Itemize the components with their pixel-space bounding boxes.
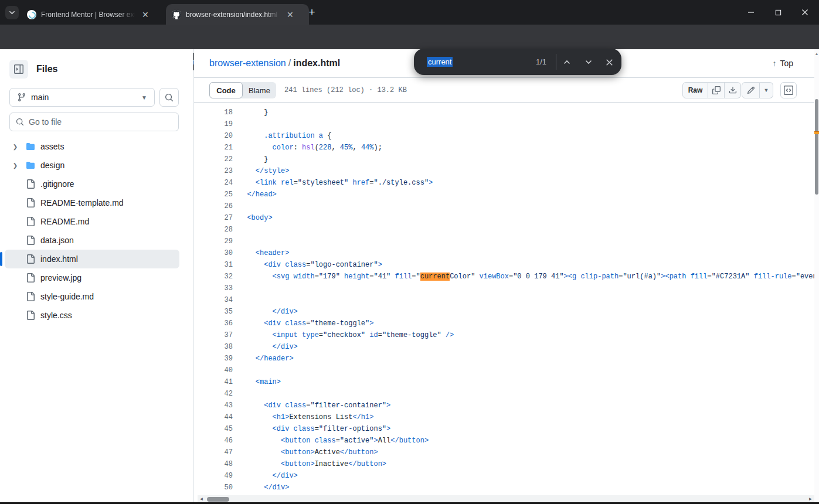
new-tab-button[interactable]: + bbox=[305, 5, 319, 19]
line-number[interactable]: 35 bbox=[194, 306, 233, 318]
line-number[interactable]: 43 bbox=[194, 400, 233, 411]
line-number[interactable]: 32 bbox=[194, 271, 233, 282]
vertical-scrollbar[interactable]: ▲ bbox=[814, 49, 819, 504]
maximize-button[interactable] bbox=[764, 0, 791, 25]
folder-icon bbox=[26, 142, 35, 151]
tab-code[interactable]: Code bbox=[209, 82, 243, 98]
line-number[interactable]: 20 bbox=[194, 130, 233, 142]
tab-search-button[interactable] bbox=[5, 6, 19, 19]
tab-frontend-mentor[interactable]: Frontend Mentor | Browser exte ✕ bbox=[21, 4, 169, 25]
line-number[interactable]: 31 bbox=[194, 259, 233, 271]
line-number[interactable]: 30 bbox=[194, 247, 233, 259]
folder-icon bbox=[26, 161, 35, 170]
tree-item-style-css[interactable]: style.css bbox=[5, 306, 179, 325]
find-next-button[interactable] bbox=[581, 55, 596, 70]
code-line-text: </header> bbox=[239, 353, 294, 365]
line-number[interactable]: 44 bbox=[194, 411, 233, 423]
tree-item-data-json[interactable]: data.json bbox=[5, 231, 179, 250]
code-line-30: 30 <header> bbox=[194, 247, 814, 259]
close-window-button[interactable] bbox=[791, 0, 818, 25]
line-number[interactable]: 41 bbox=[194, 376, 233, 388]
collapse-sidebar-button[interactable] bbox=[9, 60, 28, 79]
raw-button-group: Raw bbox=[682, 82, 741, 98]
line-number[interactable]: 18 bbox=[194, 107, 233, 118]
search-this-repo-button[interactable] bbox=[159, 88, 179, 107]
code-line-text: } bbox=[239, 154, 268, 165]
scroll-up-icon[interactable]: ▲ bbox=[814, 52, 819, 56]
line-number[interactable]: 42 bbox=[194, 388, 233, 400]
download-raw-button[interactable] bbox=[725, 82, 741, 98]
browser-toolbar: github.com/RoelofWobben/browser-extensio… bbox=[0, 25, 819, 49]
line-number[interactable]: 38 bbox=[194, 341, 233, 353]
line-number[interactable]: 24 bbox=[194, 177, 233, 189]
line-number[interactable]: 34 bbox=[194, 294, 233, 306]
horizontal-scrollbar-thumb[interactable] bbox=[207, 497, 229, 502]
code-line-text: <input type="checkbox" id="theme-toggle"… bbox=[239, 329, 454, 341]
line-number[interactable]: 19 bbox=[194, 118, 233, 130]
tree-item-assets[interactable]: ❯assets bbox=[5, 137, 179, 156]
chevron-down-icon: ▼ bbox=[141, 94, 147, 101]
file-tree: ❯assets❯design.gitignoreREADME-template.… bbox=[0, 137, 193, 325]
line-number[interactable]: 39 bbox=[194, 353, 233, 365]
vertical-scrollbar-thumb[interactable] bbox=[815, 99, 818, 195]
line-number[interactable]: 50 bbox=[194, 482, 233, 493]
code-line-25: 25 </head> bbox=[194, 189, 814, 200]
edit-dropdown-button[interactable]: ▼ bbox=[760, 82, 773, 98]
line-number[interactable]: 46 bbox=[194, 435, 233, 447]
line-number[interactable]: 33 bbox=[194, 282, 233, 294]
tab-blame[interactable]: Blame bbox=[243, 82, 276, 98]
line-number[interactable]: 40 bbox=[194, 365, 233, 376]
tree-item-label: README.md bbox=[40, 217, 89, 226]
line-number[interactable]: 27 bbox=[194, 212, 233, 224]
code-line-35: 35 </div> bbox=[194, 306, 814, 318]
line-number[interactable]: 23 bbox=[194, 165, 233, 177]
line-number[interactable]: 28 bbox=[194, 224, 233, 236]
line-number[interactable]: 21 bbox=[194, 142, 233, 154]
code-line-text: <body> bbox=[239, 212, 273, 224]
chevron-right-icon[interactable]: ❯ bbox=[11, 144, 20, 150]
tree-item-preview-jpg[interactable]: preview.jpg bbox=[5, 268, 179, 287]
find-close-button[interactable] bbox=[601, 55, 617, 70]
minimize-button[interactable] bbox=[738, 0, 764, 25]
scroll-left-icon[interactable]: ◄ bbox=[198, 496, 205, 502]
branch-selector[interactable]: main ▼ bbox=[9, 88, 155, 107]
line-number[interactable]: 29 bbox=[194, 236, 233, 247]
file-stats: 241 lines (212 loc) · 13.2 KB bbox=[284, 86, 407, 94]
chevron-right-icon[interactable]: ❯ bbox=[11, 162, 20, 169]
line-number[interactable]: 45 bbox=[194, 423, 233, 435]
line-number[interactable]: 36 bbox=[194, 318, 233, 329]
line-number[interactable]: 47 bbox=[194, 447, 233, 458]
find-previous-button[interactable] bbox=[559, 55, 575, 70]
find-query-input[interactable]: current bbox=[427, 57, 453, 67]
scroll-right-icon[interactable]: ► bbox=[807, 496, 814, 502]
tab-close-icon[interactable]: ✕ bbox=[140, 9, 151, 20]
arrow-up-icon: ↑ bbox=[772, 59, 776, 68]
tab-github[interactable]: browser-extension/index.html a ✕ bbox=[166, 4, 309, 25]
code-line-text: <h1>Extensions List</h1> bbox=[239, 411, 373, 423]
line-number[interactable]: 25 bbox=[194, 189, 233, 200]
tab-close-icon[interactable]: ✕ bbox=[284, 9, 296, 20]
line-number[interactable]: 22 bbox=[194, 154, 233, 165]
line-number[interactable]: 49 bbox=[194, 470, 233, 482]
go-to-file-input[interactable]: Go to file bbox=[9, 113, 179, 131]
code-line-text: <header> bbox=[239, 247, 289, 259]
edit-file-button[interactable] bbox=[742, 82, 760, 98]
breadcrumb-repo-link[interactable]: browser-extension bbox=[209, 58, 286, 68]
tree-item--gitignore[interactable]: .gitignore bbox=[5, 175, 179, 193]
line-number[interactable]: 37 bbox=[194, 329, 233, 341]
tree-item-readme-template-md[interactable]: README-template.md bbox=[5, 193, 179, 212]
back-to-top-link[interactable]: ↑ Top bbox=[772, 59, 793, 68]
line-number[interactable]: 48 bbox=[194, 458, 233, 470]
browser-window: Frontend Mentor | Browser exte ✕ browser… bbox=[0, 0, 819, 504]
code-line-34: 34 bbox=[194, 294, 814, 306]
tree-item-style-guide-md[interactable]: style-guide.md bbox=[5, 287, 179, 306]
tree-item-design[interactable]: ❯design bbox=[5, 156, 179, 175]
tree-item-label: assets bbox=[40, 142, 64, 151]
tree-item-readme-md[interactable]: README.md bbox=[5, 212, 179, 231]
line-number[interactable]: 26 bbox=[194, 200, 233, 212]
tree-item-label: style-guide.md bbox=[40, 292, 94, 301]
copy-raw-button[interactable] bbox=[708, 82, 725, 98]
tree-item-index-html[interactable]: index.html bbox=[5, 250, 179, 268]
raw-button[interactable]: Raw bbox=[682, 82, 708, 98]
symbols-panel-button[interactable] bbox=[780, 82, 797, 98]
